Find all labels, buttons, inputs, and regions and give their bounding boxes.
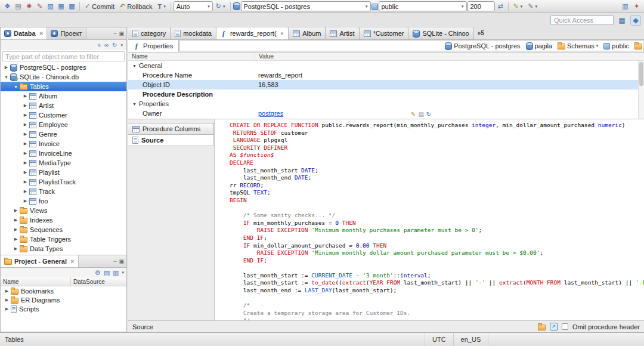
new-sql-editor-icon[interactable]: ✎ [35,1,45,11]
expand-arrow[interactable]: ▼ [132,102,137,106]
expand-arrow[interactable]: ▶ [21,199,29,203]
column-header-name[interactable]: Name [1,277,71,286]
grid-row-object-id[interactable]: Object ID16,583 [128,80,644,89]
maximize-icon[interactable]: ▣ [119,30,124,36]
tree-item-artist[interactable]: ▶Artist [1,101,126,110]
quick-access-input[interactable]: Quick Access [550,16,614,25]
expand-arrow[interactable]: ▶ [12,246,20,251]
expand-arrow[interactable]: ▶ [21,189,29,194]
open-sql-editor-icon[interactable]: ▧ [45,1,55,11]
expand-arrow[interactable]: ▶ [12,218,20,223]
tree-item-invoiceline[interactable]: ▶InvoiceLine [1,149,126,158]
sql-script-icon[interactable]: ▩ [67,1,77,11]
source-viewer[interactable]: CREATE OR REPLACE FUNCTION public.reward… [215,119,644,320]
edit-mode-button[interactable]: ✎ ▾ [511,1,525,12]
expand-arrow[interactable]: ▶ [21,160,29,165]
grid-row-owner[interactable]: Ownerpostgres [128,109,644,118]
refresh-button[interactable]: ↻ ▾ [213,1,228,12]
tab-overflow-indicator[interactable]: »5 [474,27,488,39]
column-header-datasource[interactable]: DataSource [71,277,126,286]
save-to-file-icon[interactable] [538,325,546,330]
rollback-button[interactable]: ↶ Rollback [117,1,154,12]
project-item-scripts[interactable]: ▶Scripts [1,304,126,313]
collapse-all-icon[interactable]: « [97,42,101,48]
tree-item-genre[interactable]: ▶Genre [1,129,126,139]
refresh-icon[interactable]: ↻ [112,42,117,48]
maximize-icon[interactable]: ▣ [119,258,124,264]
tree-item-album[interactable]: ▶Album [1,91,126,101]
tree-item-invoice[interactable]: ▶Invoice [1,139,126,149]
close-icon[interactable]: ✕ [280,31,284,36]
close-icon[interactable]: ✕ [39,31,44,36]
breadcrumb-item-schemas[interactable]: Schemas▾ [555,42,600,50]
expand-arrow[interactable]: ▶ [3,298,11,302]
grid-row-procedure-description[interactable]: Procedure Description [128,89,644,99]
grid-row-properties[interactable]: ▼Properties [128,99,644,109]
tree-item-sqlite-chinook-db[interactable]: ▼SQLite - Chinook.db [1,72,126,82]
schema-selector[interactable]: public ▾ [379,1,467,11]
breadcrumb-item-postgresql-postgres[interactable]: PostgreSQL - postgres [442,42,522,50]
editor-tab-customer[interactable]: *Customer [360,27,409,39]
database-selector[interactable]: PostgreSQL - postgres ▾ [241,1,371,11]
view-menu-icon[interactable]: ▾ [122,270,124,275]
tree-item-postgresql-postgres[interactable]: ▶PostgreSQL - postgres [1,63,126,72]
expand-arrow[interactable]: ▶ [21,151,29,156]
tree-item-foo[interactable]: ▶foo [1,196,126,206]
window-icon[interactable]: ▥ [620,1,630,11]
view-tab-проект[interactable]: Проект [47,27,86,39]
expand-arrow[interactable]: ▶ [21,170,29,175]
expand-arrow[interactable]: ▶ [12,237,20,242]
view-tab-databa[interactable]: Databa✕ [1,27,47,39]
breadcrumb-item-pagila[interactable]: pagila [524,42,555,50]
tree-item-employee[interactable]: ▶Employee [1,120,126,129]
expand-arrow[interactable]: ▶ [21,132,29,137]
project-item-er-diagrams[interactable]: ▶ER Diagrams [1,295,126,304]
vertical-scrollbar[interactable] [638,61,644,119]
link-with-editor-icon[interactable]: ∞ [104,42,109,48]
gear-icon[interactable]: ⚙ [95,269,101,277]
owner-link[interactable]: postgres [258,110,283,117]
expand-arrow[interactable]: ▶ [2,65,10,70]
editor-tab-artist[interactable]: Artist [326,27,359,39]
timezone-cell[interactable]: UTC [425,333,454,346]
layout-icon[interactable]: ▤ [418,111,423,118]
tree-item-customer[interactable]: ▶Customer [1,110,126,120]
grid-row-procedure-name[interactable]: Procedure Namerewards_report [128,70,644,80]
pencil-icon[interactable]: ✎ [411,111,416,118]
notifications-icon[interactable]: ✦ [631,1,642,11]
expand-arrow[interactable]: ▶ [21,180,29,184]
minimize-icon[interactable]: – [113,30,116,36]
expand-arrow[interactable]: ▶ [21,141,29,146]
editor-tab-sqlite-chinoo[interactable]: SQLite - Chinoo [408,27,473,39]
expand-arrow[interactable]: ▼ [2,75,10,79]
side-tab-source[interactable]: Source [128,134,214,146]
tree-item-playlist[interactable]: ▶Playlist [1,168,126,177]
project-item-bookmarks[interactable]: ▶Bookmarks [1,286,126,295]
expand-arrow[interactable]: ▶ [21,113,29,118]
fetch-rows-icon[interactable]: ⇄ [496,1,506,11]
expand-arrow[interactable]: ▼ [12,85,20,89]
grid-column-name[interactable]: Name [128,52,255,60]
expand-arrow[interactable]: ▶ [21,122,29,127]
perspective-grid-icon[interactable]: ▦ [617,15,627,26]
tree-item-views[interactable]: ▶Views [1,206,126,215]
tree-item-data-types[interactable]: ▶Data Types [1,244,126,254]
open-in-sql-editor-icon[interactable]: ↗ [550,323,558,330]
dbeaver-perspective-icon[interactable]: ◆ [630,15,641,26]
tab-properties[interactable]: Properties [128,40,179,52]
editor-tab-album[interactable]: Album [289,27,326,39]
tree-item-table-triggers[interactable]: ▶Table Triggers [1,234,126,244]
editor-tab-mockdata[interactable]: mockdata [171,27,216,39]
breadcrumb-item-public[interactable]: public [601,42,631,50]
refresh-icon[interactable]: ↻ [426,111,431,118]
close-icon[interactable]: ✕ [70,259,75,264]
commit-mode-select[interactable]: Auto ▾ [174,1,213,11]
tab-project-general[interactable]: Project - General ✕ [1,255,79,267]
expand-arrow[interactable]: ▼ [132,64,137,68]
tree-item-mediatype[interactable]: ▶MediaType [1,158,126,168]
expand-arrow[interactable]: ▶ [12,208,20,213]
chevron-down-icon[interactable]: ▾ [596,44,599,48]
expand-arrow[interactable]: ▶ [3,307,11,311]
expand-arrow[interactable]: ▶ [3,289,11,294]
grid-row-general[interactable]: ▼General [128,61,644,70]
